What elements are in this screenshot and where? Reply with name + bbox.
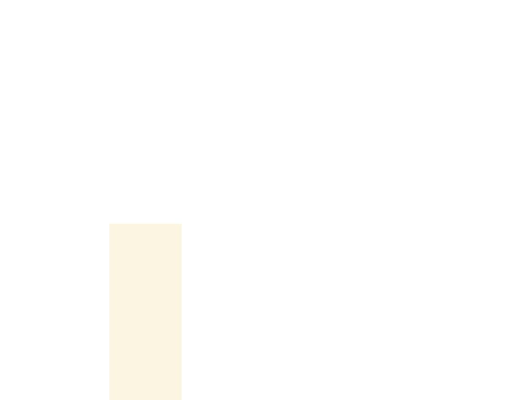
premium-feature-column-background [109,224,182,400]
pricing-comparison-table [0,0,532,400]
